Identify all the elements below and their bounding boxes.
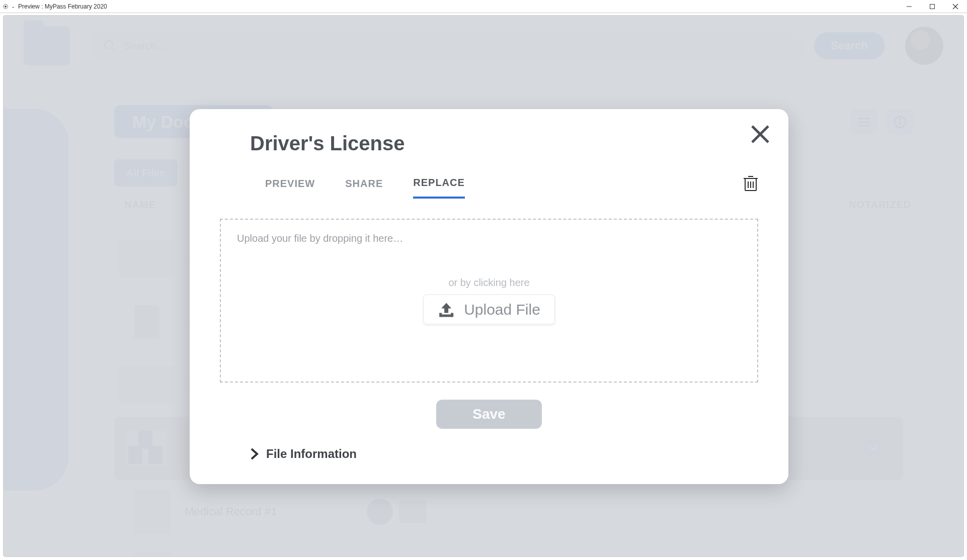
file-dropzone[interactable]: Upload your file by dropping it here… or… (220, 219, 758, 383)
close-icon (750, 124, 770, 144)
tab-label: REPLACE (413, 177, 465, 188)
dropzone-subtext: or by clicking here (423, 277, 555, 289)
titlebar-left: ⌄ Preview : MyPass February 2020 (0, 3, 107, 10)
trash-icon (743, 174, 758, 192)
tab-replace[interactable]: REPLACE (413, 177, 465, 199)
window-close-button[interactable] (944, 0, 967, 13)
tab-share[interactable]: SHARE (345, 178, 383, 198)
app-frame: Search… Search My Documents All Files Up… (3, 15, 964, 557)
svg-rect-25 (451, 313, 453, 317)
window-title: Preview : MyPass February 2020 (18, 3, 107, 10)
upload-button-label: Upload File (464, 301, 540, 318)
modal-title: Driver's License (250, 132, 758, 155)
file-information-label: File Information (266, 447, 357, 461)
file-information-toggle[interactable]: File Information (250, 447, 758, 461)
tab-label: PREVIEW (265, 178, 315, 189)
tab-preview[interactable]: PREVIEW (265, 178, 315, 198)
window-maximize-button[interactable] (921, 0, 944, 13)
svg-rect-24 (439, 313, 442, 317)
upload-icon (438, 301, 455, 318)
delete-button[interactable] (743, 174, 758, 194)
dropzone-center: or by clicking here Upload File (423, 277, 555, 325)
upload-file-button[interactable]: Upload File (423, 295, 555, 325)
window-titlebar: ⌄ Preview : MyPass February 2020 (0, 0, 967, 13)
tab-label: SHARE (345, 178, 383, 189)
chevron-right-icon (250, 447, 259, 460)
chevron-down-icon[interactable]: ⌄ (11, 4, 15, 9)
dropzone-hint: Upload your file by dropping it here… (237, 233, 741, 244)
window-minimize-button[interactable] (898, 0, 921, 13)
svg-rect-23 (441, 315, 452, 317)
record-indicator-icon (3, 4, 8, 9)
document-modal: Driver's License PREVIEW SHARE REPLACE U… (190, 109, 788, 484)
modal-tabs: PREVIEW SHARE REPLACE (265, 177, 758, 199)
window-controls (898, 0, 967, 13)
svg-rect-1 (930, 4, 935, 9)
save-button[interactable]: Save (436, 400, 542, 429)
save-button-label: Save (472, 406, 505, 422)
modal-close-button[interactable] (750, 124, 770, 146)
